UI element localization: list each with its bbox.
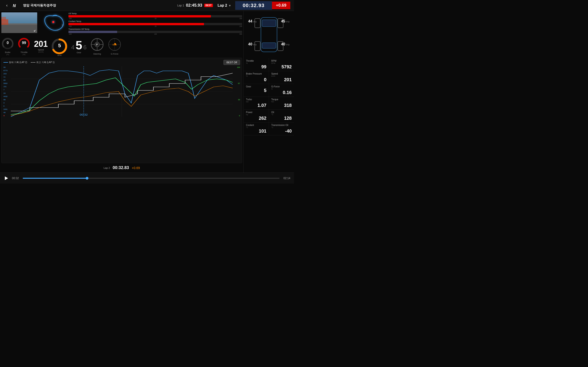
rl-psi: 40 PSI [248, 42, 257, 46]
throttle-sublabel: (%) [18, 53, 30, 56]
track-name: 영암 국제자동차경주장 [23, 3, 177, 8]
svg-text:0.16: 0.16 [112, 44, 117, 46]
svg-text:99: 99 [22, 41, 26, 45]
time-current: 00:32 [12, 177, 20, 180]
scrubber-track[interactable] [23, 178, 279, 179]
stat-row: Power hp 262 Oil °C 128 [244, 110, 294, 123]
track-map [39, 12, 67, 33]
coolant-temp-bar [69, 23, 204, 25]
stat-cell-right: Oil °C 128 [269, 110, 294, 122]
stat-name: Coolant [246, 124, 267, 126]
rpm-gauge: 5 RPM [52, 38, 68, 54]
temps-section: Oil Temp. -100 25 150 Coolant Temp. [69, 12, 242, 35]
best-badge: BEST [204, 4, 213, 7]
oil-temp-scale: -100 25 150 [69, 18, 242, 19]
oil-temp-label: Oil Temp. [69, 12, 242, 15]
lap1-time: 02:45.93 [186, 3, 202, 8]
trans-temp-bar [69, 31, 117, 33]
current-line-indicator [3, 62, 8, 63]
lap-footer-time: 00:32.83 [113, 165, 129, 170]
stat-row: Gear 5 G-Force G 0.16 [244, 84, 294, 97]
stat-name: Turbo [246, 98, 267, 101]
lap-footer-bar: Lap 2 00:32.83 +0.69 [1, 165, 242, 171]
stat-name: Torque [271, 98, 292, 101]
lap1-info: Lap 1 02:45.93 BEST [177, 3, 213, 8]
stat-cell-right: RPM RPM 5792 [269, 58, 294, 71]
stat-unit: % [246, 62, 267, 64]
lap2-label: Lap 2 [217, 3, 227, 8]
lap-footer-delta: +0.69 [132, 166, 140, 170]
svg-rect-2 [1, 25, 37, 33]
stat-name: G-Force [271, 85, 292, 88]
gear-next: 6 [83, 44, 86, 51]
svg-text:5: 5 [58, 43, 61, 48]
rr-psi: 40 PSI [281, 42, 290, 46]
best-off-button[interactable]: BEST Off [224, 60, 240, 65]
stat-unit: G [271, 88, 292, 90]
camera-feed: ↙ [1, 12, 37, 33]
rpm-label: RPM [52, 54, 68, 56]
current-lap-label: 현재 기록 (LAP 2) [9, 61, 27, 64]
speed-label: Speed [34, 49, 48, 51]
throttle-label: Throttle [18, 51, 30, 53]
best-lap-legend: 최고 기록 (LAP 1) [31, 61, 54, 64]
coolant-temp-row: Coolant Temp. -100 15 130 [69, 20, 242, 27]
speed-value: 201 [34, 40, 48, 48]
stat-unit: km/h [271, 75, 292, 77]
main-content: ↙ Oil Temp. [0, 11, 294, 173]
stats-grid: Throttle % 99 RPM RPM 5792 Brake Pressur… [244, 58, 294, 173]
chart-container: 현재 기록 (LAP 2) 최고 기록 (LAP 1) BEST Off 996… [1, 58, 242, 163]
coolant-temp-bar-container [69, 23, 242, 25]
time-total: 02:14 [282, 177, 290, 180]
play-icon [5, 176, 8, 180]
stat-unit: bar [246, 101, 267, 103]
oil-temp-bar [69, 15, 211, 17]
stat-cell-right: Speed km/h 201 [269, 71, 294, 84]
stat-cell-right: Transmission Oil °C -40 [269, 123, 294, 135]
svg-point-9 [52, 21, 54, 23]
svg-rect-38 [262, 43, 276, 48]
svg-rect-7 [22, 26, 23, 30]
tire-car-diagram: 44 PSI 45 PSI 40 PSI 40 PSI [248, 13, 290, 56]
tire-section: 44 PSI 45 PSI 40 PSI 40 PSI [244, 11, 294, 58]
play-button[interactable] [4, 175, 9, 181]
lap-footer-label: Lap 2 [104, 167, 110, 169]
trans-temp-bar-container [69, 31, 242, 33]
stat-value: 318 [271, 103, 292, 108]
svg-rect-37 [262, 20, 276, 27]
speed-gauge: 201 Speed (km/h) [34, 40, 48, 53]
stat-value: 262 [246, 116, 267, 121]
svg-text:0: 0 [7, 41, 9, 45]
back-button[interactable]: ‹ [4, 2, 10, 9]
gear-prev: 4 [71, 44, 74, 51]
stat-row: Turbo bar 1.07 Torque Nm 318 [244, 97, 294, 110]
chart-header: 현재 기록 (LAP 2) 최고 기록 (LAP 1) BEST Off [3, 60, 240, 65]
gforce-label: G-Force [108, 53, 121, 55]
stat-value: 5 [246, 88, 267, 93]
stat-value: 201 [271, 77, 292, 82]
scrubber-thumb[interactable] [86, 177, 88, 180]
gear-display: 4 5 6 Gear [71, 39, 86, 54]
stat-row: Coolant °C 101 Transmission Oil °C -40 [244, 123, 294, 135]
stat-name: Power [246, 111, 267, 114]
steering-label: Steering [90, 53, 104, 55]
resize-icon[interactable]: ↙ [34, 30, 36, 32]
coolant-temp-label: Coolant Temp. [69, 20, 242, 23]
trans-temp-scale: -100 100 300 [69, 33, 242, 35]
scrubber-fill [23, 178, 87, 179]
stat-value: 128 [271, 116, 292, 121]
chart-svg: 00:32 [11, 66, 233, 117]
stat-cell-left: Coolant °C 101 [244, 123, 269, 135]
stat-name: Gear [246, 85, 267, 88]
header: ‹ N 영암 국제자동차경주장 Lap 1 02:45.93 BEST Lap … [0, 0, 294, 11]
current-lap-legend: 현재 기록 (LAP 2) [3, 61, 27, 64]
brake-gauge: 0 Brake (%) [1, 37, 14, 56]
stat-unit: °C [246, 126, 267, 128]
stat-unit: hp [246, 114, 267, 116]
svg-text:0°: 0° [96, 43, 98, 46]
stat-unit: °C [271, 126, 292, 128]
stat-name: Transmission Oil [271, 124, 292, 126]
chevron-down-icon[interactable]: ▾ [229, 4, 231, 7]
lap2-section: Lap 2 ▾ [217, 3, 231, 8]
svg-rect-5 [1, 17, 6, 20]
